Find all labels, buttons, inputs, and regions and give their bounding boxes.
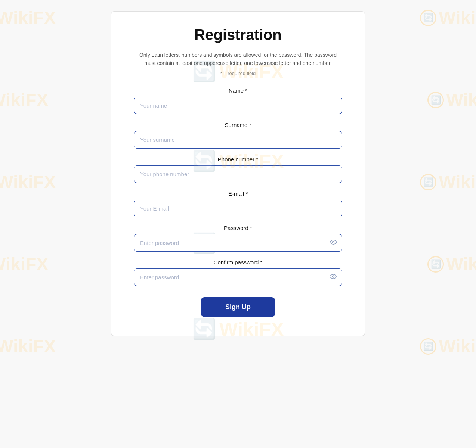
surname-input[interactable] xyxy=(134,131,342,149)
registration-form: Name * Surname * Phone number * E-mail *… xyxy=(134,87,342,317)
center-watermark: 🔄 WikiFX xyxy=(192,318,284,340)
password-description: Only Latin letters, numbers and symbols … xyxy=(134,51,342,68)
password-input[interactable] xyxy=(134,234,342,252)
phone-input[interactable] xyxy=(134,165,342,183)
confirm-password-input-wrapper xyxy=(134,268,342,286)
svg-point-1 xyxy=(333,276,334,277)
page-wrapper: 🔄 WikiFX 🔄 WikiFX 🔄 WikiFX 🔄 WikiFX Regi… xyxy=(0,0,476,358)
svg-point-0 xyxy=(333,241,334,243)
registration-card: 🔄 WikiFX 🔄 WikiFX 🔄 WikiFX 🔄 WikiFX Regi… xyxy=(111,11,365,336)
password-toggle-icon[interactable] xyxy=(330,239,337,247)
name-group: Name * xyxy=(134,87,342,114)
signup-button[interactable]: Sign Up xyxy=(201,297,275,317)
email-label: E-mail * xyxy=(134,190,342,197)
password-input-wrapper xyxy=(134,234,342,252)
confirm-password-input[interactable] xyxy=(134,268,342,286)
password-label: Password * xyxy=(134,225,342,231)
phone-label: Phone number * xyxy=(134,156,342,162)
name-input[interactable] xyxy=(134,97,342,114)
email-group: E-mail * xyxy=(134,190,342,217)
surname-group: Surname * xyxy=(134,122,342,149)
confirm-password-group: Confirm password * xyxy=(134,259,342,286)
required-note: * – required field xyxy=(134,71,342,76)
password-group: Password * xyxy=(134,225,342,252)
name-label: Name * xyxy=(134,87,342,94)
email-input[interactable] xyxy=(134,200,342,217)
page-title: Registration xyxy=(134,27,342,43)
confirm-password-label: Confirm password * xyxy=(134,259,342,265)
surname-label: Surname * xyxy=(134,122,342,128)
phone-group: Phone number * xyxy=(134,156,342,183)
confirm-password-toggle-icon[interactable] xyxy=(330,273,337,281)
